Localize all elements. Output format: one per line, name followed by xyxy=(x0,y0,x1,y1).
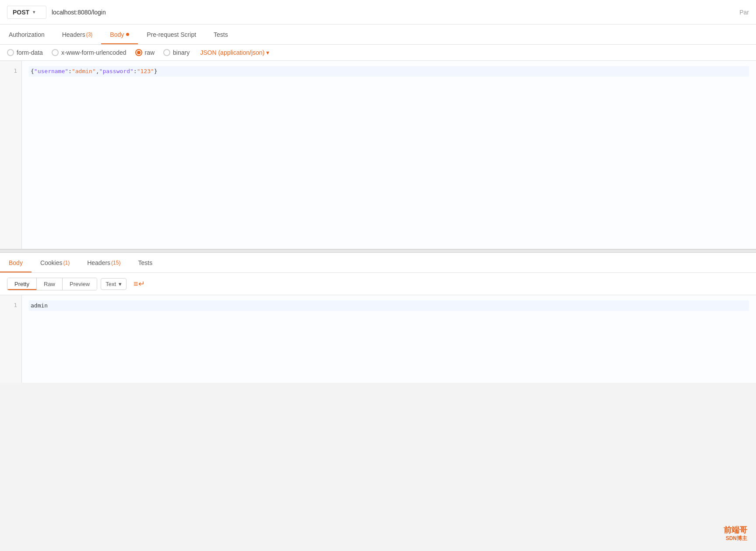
par-label: Par xyxy=(736,9,749,16)
json-type-label: JSON (application/json) xyxy=(200,49,264,56)
response-section: Body Cookies (1) Headers (15) Tests Pret… xyxy=(0,253,756,383)
colon-1: : xyxy=(68,68,72,74)
response-tab-tests-label: Tests xyxy=(138,259,152,266)
wrap-icon[interactable]: ≡↵ xyxy=(130,277,148,290)
text-label: Text xyxy=(105,281,116,287)
form-data-option[interactable]: form-data xyxy=(7,49,43,56)
tab-body-label: Body xyxy=(110,31,124,38)
tab-body[interactable]: Body xyxy=(101,25,138,44)
password-value: "123" xyxy=(137,68,154,74)
close-brace: } xyxy=(154,68,158,74)
method-selector[interactable]: POST ▾ xyxy=(7,6,46,19)
raw-button[interactable]: Raw xyxy=(37,278,63,290)
response-tab-body[interactable]: Body xyxy=(0,253,32,272)
binary-label: binary xyxy=(173,49,190,56)
form-data-label: form-data xyxy=(17,49,43,56)
raw-label: raw xyxy=(145,49,155,56)
section-divider xyxy=(0,249,756,253)
json-type-chevron-icon: ▾ xyxy=(266,49,269,56)
response-tab-body-label: Body xyxy=(9,259,23,266)
method-label: POST xyxy=(13,9,29,16)
binary-option[interactable]: binary xyxy=(163,49,190,56)
tab-pre-request[interactable]: Pre-request Script xyxy=(138,25,205,44)
tab-tests[interactable]: Tests xyxy=(205,25,237,44)
request-editor: 1 {"username":"admin","password":"123"} xyxy=(0,61,756,249)
response-value: admin xyxy=(31,302,48,309)
request-code-line-1: {"username":"admin","password":"123"} xyxy=(29,66,749,77)
response-tab-cookies-label: Cookies xyxy=(40,259,63,266)
response-controls: Pretty Raw Preview Text ▾ ≡↵ xyxy=(0,273,756,295)
comma-1: , xyxy=(96,68,99,74)
password-key: "password" xyxy=(99,68,134,74)
response-editor: 1 admin xyxy=(0,295,756,383)
tab-authorization-label: Authorization xyxy=(9,31,45,38)
request-line-1: 1 xyxy=(0,66,21,76)
json-type-selector[interactable]: JSON (application/json) ▾ xyxy=(200,49,269,56)
colon-2: : xyxy=(134,68,137,74)
open-brace: { xyxy=(31,68,34,74)
response-tab-cookies-badge: (1) xyxy=(63,260,70,266)
response-code-line-1: admin xyxy=(29,300,749,311)
tab-headers[interactable]: Headers (3) xyxy=(53,25,102,44)
request-line-numbers: 1 xyxy=(0,61,22,249)
request-tabs-bar: Authorization Headers (3) Body Pre-reque… xyxy=(0,25,756,45)
response-tab-tests[interactable]: Tests xyxy=(129,253,161,272)
tab-body-dot xyxy=(126,33,129,36)
response-tab-headers-label: Headers xyxy=(87,259,110,266)
response-tab-headers[interactable]: Headers (15) xyxy=(78,253,129,272)
urlencoded-label: x-www-form-urlencoded xyxy=(61,49,127,56)
response-tab-cookies[interactable]: Cookies (1) xyxy=(32,253,78,272)
tab-headers-badge: (3) xyxy=(86,32,93,38)
response-line-numbers: 1 xyxy=(0,295,22,383)
pretty-button[interactable]: Pretty xyxy=(7,278,37,290)
binary-radio[interactable] xyxy=(163,49,170,56)
tab-headers-label: Headers xyxy=(62,31,85,38)
url-input[interactable] xyxy=(46,5,736,19)
tab-tests-label: Tests xyxy=(214,31,228,38)
form-data-radio[interactable] xyxy=(7,49,14,56)
urlencoded-radio[interactable] xyxy=(52,49,59,56)
request-code-content[interactable]: {"username":"admin","password":"123"} xyxy=(22,61,756,249)
view-group: Pretty Raw Preview xyxy=(7,278,97,290)
preview-button[interactable]: Preview xyxy=(63,278,97,290)
response-tab-headers-badge: (15) xyxy=(111,260,120,266)
urlencoded-option[interactable]: x-www-form-urlencoded xyxy=(52,49,127,56)
response-tabs-bar: Body Cookies (1) Headers (15) Tests xyxy=(0,253,756,273)
tab-authorization[interactable]: Authorization xyxy=(0,25,53,44)
tab-pre-request-label: Pre-request Script xyxy=(147,31,196,38)
text-chevron-icon: ▾ xyxy=(119,281,122,287)
response-code-content[interactable]: admin xyxy=(22,295,756,383)
username-key: "username" xyxy=(34,68,68,74)
request-bar: POST ▾ Par xyxy=(0,0,756,25)
method-chevron-icon: ▾ xyxy=(33,10,35,14)
response-line-1: 1 xyxy=(0,300,21,310)
raw-radio[interactable] xyxy=(135,49,142,56)
text-selector[interactable]: Text ▾ xyxy=(101,278,127,290)
raw-option[interactable]: raw xyxy=(135,49,155,56)
body-type-bar: form-data x-www-form-urlencoded raw bina… xyxy=(0,45,756,61)
username-value: "admin" xyxy=(72,68,96,74)
